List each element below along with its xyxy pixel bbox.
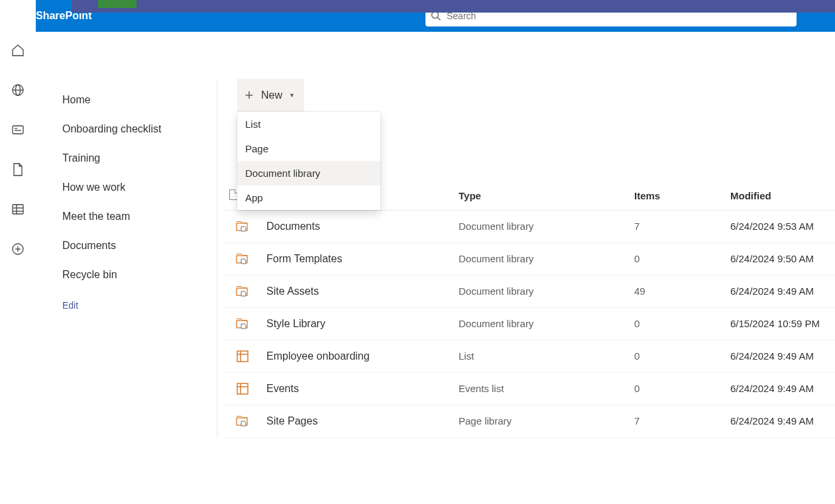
row-type: Events list xyxy=(453,372,629,405)
new-button[interactable]: + New ▼ xyxy=(237,79,304,112)
row-items: 0 xyxy=(629,242,725,275)
nav-item-documents[interactable]: Documents xyxy=(36,231,217,260)
svg-rect-31 xyxy=(237,383,248,394)
doclib-type-icon xyxy=(235,285,250,298)
home-icon xyxy=(11,43,25,58)
chevron-down-icon: ▼ xyxy=(289,92,295,99)
row-name[interactable]: Site Assets xyxy=(261,275,453,307)
row-modified: 6/24/2024 9:49 AM xyxy=(725,372,835,405)
doclib-type-icon xyxy=(235,317,250,330)
plus-icon: + xyxy=(243,89,256,102)
new-button-label: New xyxy=(261,89,282,101)
row-name[interactable]: Site Pages xyxy=(261,405,453,437)
row-name[interactable]: Documents xyxy=(261,210,453,242)
row-modified: 6/24/2024 9:49 AM xyxy=(725,405,835,437)
row-name[interactable]: Style Library xyxy=(261,307,453,340)
row-type: Document library xyxy=(453,210,629,242)
table-row[interactable]: Form TemplatesDocument library06/24/2024… xyxy=(224,242,835,275)
row-icon-cell xyxy=(224,242,261,275)
doclib-type-icon xyxy=(235,252,250,266)
table-row[interactable]: Site PagesPage library76/24/2024 9:49 AM xyxy=(224,405,835,437)
row-type: Page library xyxy=(453,405,629,437)
row-modified: 6/24/2024 9:53 AM xyxy=(725,210,835,242)
row-type: Document library xyxy=(453,242,629,275)
row-items: 0 xyxy=(629,372,725,405)
site-nav: Home Onboarding checklist Training How w… xyxy=(36,79,217,438)
rail-sites-button[interactable] xyxy=(10,82,26,98)
table-row[interactable]: Employee onboardingList06/24/2024 9:49 A… xyxy=(224,340,835,372)
row-name[interactable]: Events xyxy=(261,372,453,405)
nav-edit-link[interactable]: Edit xyxy=(36,292,217,319)
doclib-type-icon xyxy=(235,415,250,428)
nav-item-team[interactable]: Meet the team xyxy=(36,202,217,231)
row-modified: 6/24/2024 9:49 AM xyxy=(725,275,835,307)
rail-create-button[interactable] xyxy=(10,241,26,257)
table-row[interactable]: Site AssetsDocument library496/24/2024 9… xyxy=(224,275,835,307)
rail-home-button[interactable] xyxy=(10,42,26,58)
row-modified: 6/24/2024 9:50 AM xyxy=(725,242,835,275)
row-items: 0 xyxy=(629,307,725,340)
new-document-library-item[interactable]: Document library xyxy=(237,161,380,185)
news-icon xyxy=(11,123,25,137)
toolbar: + New ▼ xyxy=(217,79,835,112)
rail-lists-button[interactable] xyxy=(10,201,26,217)
main-content: + New ▼ List Page Document library App xyxy=(217,79,835,438)
list-icon xyxy=(11,203,25,216)
svg-rect-14 xyxy=(13,126,23,134)
row-icon-cell xyxy=(224,340,261,372)
row-icon-cell xyxy=(224,210,261,242)
nav-item-onboarding[interactable]: Onboarding checklist xyxy=(36,115,217,144)
new-page-item[interactable]: Page xyxy=(237,136,380,161)
nav-item-home[interactable]: Home xyxy=(36,85,217,115)
rail-files-button[interactable] xyxy=(10,162,26,177)
new-list-item[interactable]: List xyxy=(237,112,380,136)
row-name[interactable]: Employee onboarding xyxy=(261,340,453,372)
globe-icon xyxy=(11,83,25,97)
contents-table: Name Type Items Modified DocumentsDocume… xyxy=(224,181,835,438)
row-items: 7 xyxy=(629,405,725,437)
doclib-type-icon xyxy=(235,220,250,233)
row-modified: 6/24/2024 9:49 AM xyxy=(725,340,835,372)
col-header-items[interactable]: Items xyxy=(629,181,725,211)
row-type: List xyxy=(453,340,629,372)
col-header-type[interactable]: Type xyxy=(453,181,629,211)
row-items: 49 xyxy=(629,275,725,307)
site-header: HP HR Policies xyxy=(72,0,835,13)
row-items: 7 xyxy=(629,210,725,242)
rail-news-button[interactable] xyxy=(10,122,26,138)
svg-rect-17 xyxy=(13,205,23,214)
row-icon-cell xyxy=(224,307,261,340)
app-rail xyxy=(0,0,36,438)
row-icon-cell xyxy=(224,405,261,437)
nav-item-training[interactable]: Training xyxy=(36,144,217,173)
list-type-icon xyxy=(236,350,249,363)
row-icon-cell xyxy=(224,275,261,307)
list-type-icon xyxy=(236,382,249,395)
new-dropdown: List Page Document library App xyxy=(237,112,380,210)
nav-item-recyclebin[interactable]: Recycle bin xyxy=(36,260,217,289)
table-row[interactable]: EventsEvents list06/24/2024 9:49 AM xyxy=(224,372,835,405)
row-type: Document library xyxy=(453,275,629,307)
row-items: 0 xyxy=(629,340,725,372)
svg-rect-28 xyxy=(237,351,248,362)
file-icon xyxy=(11,162,25,177)
row-modified: 6/15/2024 10:59 PM xyxy=(725,307,835,340)
row-name[interactable]: Form Templates xyxy=(261,242,453,275)
row-icon-cell xyxy=(224,372,261,405)
plus-circle-icon xyxy=(11,242,25,256)
new-app-item[interactable]: App xyxy=(237,185,380,210)
table-row[interactable]: Style LibraryDocument library06/15/2024 … xyxy=(224,307,835,340)
table-row[interactable]: DocumentsDocument library76/24/2024 9:53… xyxy=(224,210,835,242)
col-header-modified[interactable]: Modified xyxy=(725,181,835,211)
row-type: Document library xyxy=(453,307,629,340)
site-logo[interactable]: HP xyxy=(98,0,137,8)
nav-item-howwework[interactable]: How we work xyxy=(36,173,217,202)
